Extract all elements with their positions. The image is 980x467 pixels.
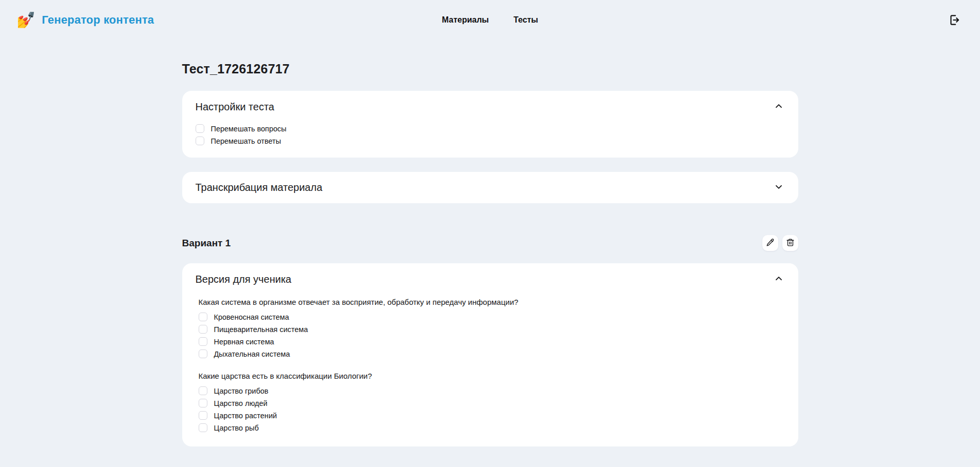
- logout-icon: [948, 13, 962, 27]
- option-checkbox[interactable]: [199, 337, 207, 346]
- option-label[interactable]: Дыхательная система: [214, 350, 290, 358]
- pencil-icon: [766, 238, 775, 248]
- test-settings-card: Настройки теста Перемешать вопросы Перем…: [182, 91, 798, 158]
- student-version-title: Версия для ученика: [196, 274, 292, 285]
- shuffle-answers-checkbox[interactable]: [196, 137, 204, 145]
- variant-title: Вариант 1: [182, 238, 231, 249]
- question-text: Какие царства есть в классификации Биоло…: [199, 372, 785, 380]
- brand: 💅 Генератор контента: [16, 12, 442, 28]
- option-label[interactable]: Царство рыб: [214, 424, 259, 432]
- transcription-title: Транскрибация материала: [196, 182, 322, 193]
- shuffle-questions-checkbox[interactable]: [196, 124, 204, 133]
- shuffle-questions-label[interactable]: Перемешать вопросы: [211, 125, 287, 133]
- main-content: Тест_1726126717 Настройки теста Перемеша…: [182, 62, 798, 446]
- option-checkbox[interactable]: [199, 423, 207, 432]
- option-checkbox[interactable]: [199, 411, 207, 420]
- shuffle-questions-row: Перемешать вопросы: [196, 124, 785, 133]
- shuffle-answers-label[interactable]: Перемешать ответы: [211, 137, 281, 145]
- option-row: Царство растений: [199, 411, 785, 420]
- variant-row: Вариант 1: [182, 235, 798, 251]
- option-row: Нервная система: [199, 337, 785, 346]
- option-label[interactable]: Царство растений: [214, 412, 277, 420]
- transcription-header[interactable]: Транскрибация материала: [196, 181, 785, 194]
- test-settings-header[interactable]: Настройки теста: [196, 100, 785, 114]
- edit-variant-button[interactable]: [762, 235, 778, 251]
- option-label[interactable]: Кровеносная система: [214, 313, 290, 321]
- chevron-up-icon: [774, 274, 784, 285]
- brand-title: Генератор контента: [42, 13, 154, 27]
- student-version-collapse-button[interactable]: [773, 273, 785, 286]
- option-checkbox[interactable]: [199, 325, 207, 334]
- option-row: Царство людей: [199, 399, 785, 407]
- question-options: Кровеносная система Пищеварительная сист…: [199, 313, 785, 358]
- student-version-card: Версия для ученика Какая система в орган…: [182, 263, 798, 446]
- nav-tests[interactable]: Тесты: [513, 15, 538, 25]
- header-right: [538, 11, 964, 29]
- transcription-expand-button[interactable]: [773, 181, 785, 194]
- option-row: Дыхательная система: [199, 349, 785, 358]
- transcription-card: Транскрибация материала: [182, 172, 798, 203]
- option-row: Кровеносная система: [199, 313, 785, 321]
- student-version-header[interactable]: Версия для ученика: [196, 273, 785, 286]
- test-settings-options: Перемешать вопросы Перемешать ответы: [196, 124, 785, 145]
- main-nav: Материалы Тесты: [442, 15, 539, 25]
- delete-variant-button[interactable]: [782, 235, 798, 251]
- option-label[interactable]: Нервная система: [214, 338, 274, 346]
- chevron-down-icon: [774, 182, 784, 193]
- test-settings-collapse-button[interactable]: [773, 100, 785, 114]
- option-checkbox[interactable]: [199, 386, 207, 395]
- option-checkbox[interactable]: [199, 349, 207, 358]
- logout-button[interactable]: [946, 11, 964, 29]
- option-checkbox[interactable]: [199, 399, 207, 407]
- nav-materials[interactable]: Материалы: [442, 15, 489, 25]
- question-text: Какая система в организме отвечает за во…: [199, 298, 785, 306]
- option-row: Пищеварительная система: [199, 325, 785, 334]
- page-title: Тест_1726126717: [182, 62, 798, 76]
- app-logo-icon: 💅: [16, 12, 35, 28]
- option-label[interactable]: Пищеварительная система: [214, 325, 308, 334]
- shuffle-answers-row: Перемешать ответы: [196, 137, 785, 145]
- question-block: Какая система в организме отвечает за во…: [196, 298, 785, 358]
- option-label[interactable]: Царство людей: [214, 399, 267, 407]
- app-header: 💅 Генератор контента Материалы Тесты: [0, 0, 980, 40]
- chevron-up-icon: [774, 101, 784, 113]
- option-checkbox[interactable]: [199, 313, 207, 321]
- question-block: Какие царства есть в классификации Биоло…: [196, 372, 785, 432]
- question-options: Царство грибов Царство людей Царство рас…: [199, 386, 785, 432]
- option-row: Царство рыб: [199, 423, 785, 432]
- test-settings-title: Настройки теста: [196, 101, 275, 113]
- option-label[interactable]: Царство грибов: [214, 387, 268, 395]
- trash-icon: [786, 238, 795, 248]
- variant-actions: [762, 235, 798, 251]
- option-row: Царство грибов: [199, 386, 785, 395]
